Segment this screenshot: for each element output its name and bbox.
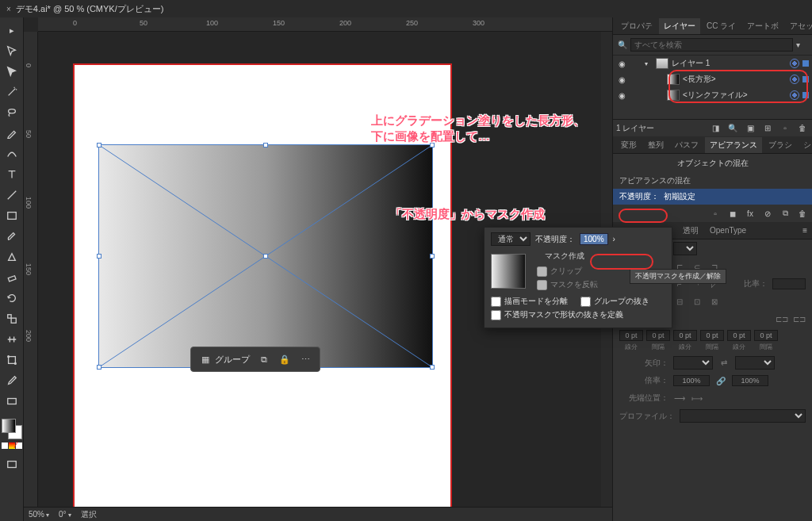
rotate-tool[interactable] [2, 289, 21, 308]
visibility-icon[interactable]: ◉ [616, 59, 627, 68]
delete-layer-icon[interactable]: 🗑 [796, 122, 809, 135]
isolate-blending-checkbox[interactable] [491, 297, 501, 307]
arrow-end-select[interactable] [735, 356, 775, 370]
new-sublayer-icon[interactable]: ⊞ [761, 122, 774, 135]
layers-visibility-icon[interactable]: ◨ [709, 122, 722, 135]
arrow-scale-start[interactable] [673, 375, 710, 386]
paintbrush-tool[interactable] [2, 227, 21, 246]
opacity-mask-thumb[interactable] [491, 254, 526, 289]
pen-tool[interactable] [2, 124, 21, 143]
arrow-start-select[interactable] [673, 356, 713, 370]
lasso-tool[interactable] [2, 103, 21, 122]
clear-icon[interactable]: ⊘ [761, 207, 774, 220]
rotate-value[interactable]: 0° [59, 510, 71, 519]
layer-row-parent[interactable]: ◉ ▾ レイヤー 1 [613, 56, 812, 71]
handle-bot-right[interactable] [430, 365, 435, 370]
profile-select[interactable] [680, 409, 806, 423]
rectangle-tool[interactable] [2, 206, 21, 225]
gap-2[interactable] [700, 330, 724, 341]
width-tool[interactable] [2, 330, 21, 349]
make-mask-button[interactable]: マスク作成 [537, 249, 598, 263]
tab-pathfinder[interactable]: パスフ [670, 137, 703, 153]
tip-at-end-icon[interactable]: ⟼ [691, 392, 703, 404]
knockout-group-checkbox[interactable] [580, 297, 591, 307]
direct-selection-tool[interactable] [2, 62, 21, 81]
align-center-icon[interactable]: ⊟ [673, 295, 686, 308]
duplicate-icon[interactable]: ⧉ [258, 353, 270, 366]
handle-mid-right[interactable] [430, 254, 435, 259]
tab-cc-libraries[interactable]: CC ライ [702, 18, 741, 34]
locate-object-icon[interactable]: 🔍 [726, 122, 739, 135]
dash-2[interactable] [673, 330, 697, 341]
scale-tool[interactable] [2, 309, 21, 328]
free-transform-tool[interactable] [2, 351, 21, 370]
handle-bot-left[interactable] [97, 365, 102, 370]
target-icon[interactable] [790, 59, 799, 68]
tab-layers[interactable]: レイヤー [659, 18, 700, 34]
fill-stroke-swatch[interactable] [2, 419, 22, 439]
align-outside-icon[interactable]: ⊠ [708, 295, 721, 308]
tab-assets[interactable]: アセット [785, 18, 812, 34]
curvature-tool[interactable] [2, 144, 21, 163]
gap-3[interactable] [754, 330, 778, 341]
magic-wand-tool[interactable] [2, 82, 21, 102]
tab-transform[interactable]: 変形 [616, 137, 642, 153]
make-clip-icon[interactable]: ▣ [744, 122, 756, 135]
tab-transparency[interactable]: 透明 [678, 223, 703, 239]
duplicate-icon[interactable]: ⧉ [779, 207, 791, 220]
screen-mode-icon[interactable] [2, 455, 21, 474]
gap-1[interactable] [646, 330, 670, 341]
new-layer-icon[interactable]: ▫ [779, 122, 791, 135]
dash-1[interactable] [619, 330, 643, 341]
handle-top-left[interactable] [97, 143, 102, 147]
eyedropper-tool[interactable] [2, 371, 21, 390]
file-tab[interactable]: × デモ4.ai* @ 50 % (CMYK/プレビュー) [6, 3, 163, 15]
handle-top-mid[interactable] [263, 143, 268, 147]
gradient-tool[interactable] [2, 392, 21, 411]
layer-row-rect[interactable]: ◉ <長方形> [613, 71, 812, 87]
filter-icon[interactable]: ▾ [796, 40, 807, 49]
gradient-mode-icon[interactable] [9, 442, 15, 449]
dash-3[interactable] [727, 330, 751, 341]
invert-mask-checkbox[interactable] [537, 280, 547, 290]
group-button[interactable]: ▦ グループ [199, 353, 250, 366]
add-effect-icon[interactable]: fx [744, 207, 756, 220]
define-knockout-checkbox[interactable] [491, 310, 501, 320]
tab-opentype[interactable]: OpenType [705, 224, 751, 237]
eraser-tool[interactable] [2, 268, 21, 287]
artboard[interactable] [73, 63, 452, 521]
handle-mid-left[interactable] [97, 254, 102, 259]
visibility-icon[interactable]: ◉ [616, 75, 627, 84]
shaper-tool[interactable] [2, 247, 21, 266]
dash-preserve-icon[interactable]: ⊏⊐ [776, 312, 788, 325]
blend-mode-select[interactable]: 通常 [491, 232, 530, 246]
expand-tools-icon[interactable]: ▸ [2, 21, 21, 40]
miter-limit-input[interactable] [772, 278, 806, 289]
swap-arrows-icon[interactable]: ⇄ [718, 357, 730, 370]
align-inside-icon[interactable]: ⊡ [691, 295, 703, 308]
tab-symbols[interactable]: シンボ [799, 137, 812, 153]
trash-icon[interactable]: 🗑 [796, 207, 809, 220]
line-tool[interactable] [2, 186, 21, 205]
opacity-stepper-icon[interactable]: › [613, 235, 615, 243]
color-mode-icon[interactable] [2, 442, 8, 449]
tab-align[interactable]: 整列 [643, 137, 668, 153]
handle-top-right[interactable] [430, 143, 435, 147]
handle-center[interactable] [263, 254, 268, 259]
none-mode-icon[interactable]: ∕ [16, 442, 22, 449]
twisty-icon[interactable]: ▾ [645, 60, 653, 67]
tip-extend-icon[interactable]: ⟶ [673, 392, 686, 404]
layer-row-link[interactable]: ◉ <リンクファイル> [613, 87, 812, 103]
zoom-level[interactable]: 50% [29, 510, 49, 519]
add-fill-icon[interactable]: ◼ [726, 207, 739, 220]
selected-rectangle[interactable] [98, 144, 433, 368]
type-tool[interactable] [2, 165, 21, 184]
layer-search-input[interactable] [630, 38, 793, 52]
arrow-scale-end[interactable] [732, 375, 768, 386]
target-icon[interactable] [790, 75, 799, 84]
close-tab-icon[interactable]: × [6, 5, 11, 13]
link-scale-icon[interactable]: 🔗 [714, 374, 727, 387]
more-icon[interactable]: ⋯ [299, 353, 312, 366]
tab-properties[interactable]: プロパテ [616, 18, 657, 34]
add-stroke-icon[interactable]: ▫ [709, 207, 722, 220]
